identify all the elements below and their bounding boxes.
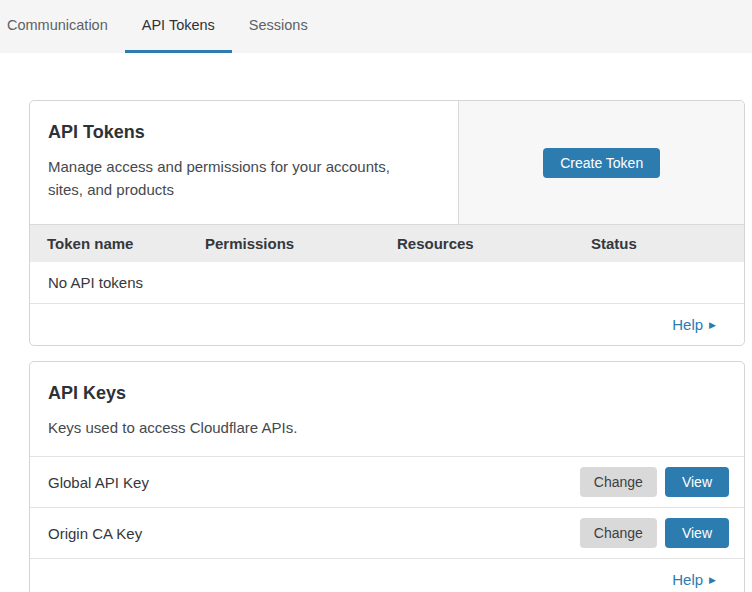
api-tokens-card-header-text: API Tokens Manage access and permissions…	[30, 101, 458, 224]
column-header-permissions: Permissions	[205, 235, 397, 252]
api-keys-card-header: API Keys Keys used to access Cloudflare …	[30, 362, 744, 457]
key-name-origin-ca-key: Origin CA Key	[48, 525, 142, 542]
api-tokens-card-header: API Tokens Manage access and permissions…	[30, 101, 744, 224]
tab-communication-label: Communication	[7, 17, 108, 33]
tokens-empty-message: No API tokens	[48, 274, 143, 291]
key-actions-global-api-key: Change View	[580, 467, 729, 497]
key-actions-origin-ca-key: Change View	[580, 518, 729, 548]
tab-api-tokens[interactable]: API Tokens	[125, 0, 232, 53]
column-header-resources: Resources	[397, 235, 591, 252]
column-header-status: Status	[591, 235, 744, 252]
key-row-origin-ca-key: Origin CA Key Change View	[30, 508, 744, 559]
api-tokens-card: API Tokens Manage access and permissions…	[29, 100, 745, 346]
tab-api-tokens-label: API Tokens	[142, 17, 215, 33]
tab-sessions-label: Sessions	[249, 17, 308, 33]
api-keys-help-label: Help	[672, 571, 703, 588]
help-arrow-icon: ▶	[709, 575, 716, 585]
api-keys-card: API Keys Keys used to access Cloudflare …	[29, 361, 745, 592]
create-token-button[interactable]: Create Token	[543, 148, 660, 178]
tab-sessions[interactable]: Sessions	[232, 0, 325, 53]
tab-communication[interactable]: Communication	[0, 0, 125, 53]
column-header-token-name: Token name	[47, 235, 205, 252]
api-tokens-card-footer: Help ▶	[30, 304, 744, 345]
api-keys-help-link[interactable]: Help ▶	[672, 571, 716, 588]
origin-ca-key-view-button[interactable]: View	[665, 518, 729, 548]
key-row-global-api-key: Global API Key Change View	[30, 457, 744, 508]
api-tokens-description: Manage access and permissions for your a…	[48, 155, 420, 201]
tokens-empty-row: No API tokens	[30, 262, 744, 304]
api-tokens-help-label: Help	[672, 316, 703, 333]
global-api-key-change-button[interactable]: Change	[580, 467, 657, 497]
api-keys-description: Keys used to access Cloudflare APIs.	[48, 416, 726, 439]
help-arrow-icon: ▶	[709, 320, 716, 330]
api-tokens-card-action-panel: Create Token	[458, 101, 744, 224]
api-keys-card-footer: Help ▶	[30, 559, 744, 592]
api-keys-title: API Keys	[48, 383, 726, 404]
main-content: API Tokens Manage access and permissions…	[0, 100, 752, 592]
origin-ca-key-change-button[interactable]: Change	[580, 518, 657, 548]
tokens-table-header: Token name Permissions Resources Status	[30, 224, 744, 262]
global-api-key-view-button[interactable]: View	[665, 467, 729, 497]
api-tokens-help-link[interactable]: Help ▶	[672, 316, 716, 333]
api-tokens-title: API Tokens	[48, 122, 440, 143]
key-name-global-api-key: Global API Key	[48, 474, 149, 491]
tab-bar: Communication API Tokens Sessions	[0, 0, 752, 53]
